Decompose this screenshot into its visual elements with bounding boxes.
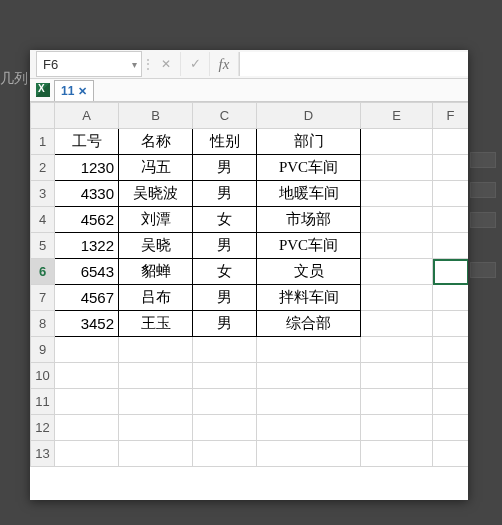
cell[interactable]: [361, 285, 433, 311]
col-header-C[interactable]: C: [193, 103, 257, 129]
cell[interactable]: 1322: [55, 233, 119, 259]
cell[interactable]: 王玉: [119, 311, 193, 337]
cell[interactable]: [361, 389, 433, 415]
cell[interactable]: 综合部: [257, 311, 361, 337]
cell[interactable]: [433, 285, 469, 311]
cell[interactable]: 6543: [55, 259, 119, 285]
cell[interactable]: [193, 337, 257, 363]
cell[interactable]: [257, 415, 361, 441]
spreadsheet-grid[interactable]: A B C D E F 1工号名称性别部门21230冯五男PVC车间34330吴…: [30, 102, 468, 467]
cell[interactable]: [361, 363, 433, 389]
select-all-corner[interactable]: [31, 103, 55, 129]
cell[interactable]: [55, 415, 119, 441]
cell[interactable]: [433, 337, 469, 363]
row-header[interactable]: 5: [31, 233, 55, 259]
cell[interactable]: 女: [193, 259, 257, 285]
cell[interactable]: [119, 441, 193, 467]
col-header-F[interactable]: F: [433, 103, 469, 129]
cell[interactable]: [361, 311, 433, 337]
cell[interactable]: [361, 415, 433, 441]
row-header[interactable]: 13: [31, 441, 55, 467]
cell[interactable]: 男: [193, 233, 257, 259]
col-header-E[interactable]: E: [361, 103, 433, 129]
cell[interactable]: [257, 337, 361, 363]
cell[interactable]: [433, 155, 469, 181]
cell[interactable]: 男: [193, 285, 257, 311]
cell[interactable]: PVC车间: [257, 155, 361, 181]
confirm-button[interactable]: [181, 52, 210, 76]
cell[interactable]: [193, 415, 257, 441]
cell[interactable]: [257, 363, 361, 389]
cell[interactable]: [55, 363, 119, 389]
cell[interactable]: 地暖车间: [257, 181, 361, 207]
cell[interactable]: 部门: [257, 129, 361, 155]
cell[interactable]: [361, 337, 433, 363]
cell[interactable]: 文员: [257, 259, 361, 285]
cell[interactable]: [433, 259, 469, 285]
cell[interactable]: 性别: [193, 129, 257, 155]
row-header[interactable]: 8: [31, 311, 55, 337]
cell[interactable]: 名称: [119, 129, 193, 155]
cell[interactable]: 拌料车间: [257, 285, 361, 311]
row-header[interactable]: 12: [31, 415, 55, 441]
cell[interactable]: [55, 389, 119, 415]
cell[interactable]: [433, 389, 469, 415]
cell[interactable]: [193, 441, 257, 467]
cell[interactable]: [55, 337, 119, 363]
cell[interactable]: 4567: [55, 285, 119, 311]
row-header[interactable]: 1: [31, 129, 55, 155]
cell[interactable]: [361, 233, 433, 259]
cell[interactable]: [193, 363, 257, 389]
cell[interactable]: [433, 415, 469, 441]
cell[interactable]: 刘潭: [119, 207, 193, 233]
cell[interactable]: 女: [193, 207, 257, 233]
row-header[interactable]: 3: [31, 181, 55, 207]
cell[interactable]: 工号: [55, 129, 119, 155]
cell[interactable]: 貂蝉: [119, 259, 193, 285]
cell[interactable]: 吴晓: [119, 233, 193, 259]
cell[interactable]: [257, 389, 361, 415]
cell[interactable]: 男: [193, 181, 257, 207]
cell[interactable]: [119, 337, 193, 363]
row-header[interactable]: 7: [31, 285, 55, 311]
col-header-A[interactable]: A: [55, 103, 119, 129]
cell[interactable]: [433, 363, 469, 389]
col-header-B[interactable]: B: [119, 103, 193, 129]
close-sheet-icon[interactable]: ✕: [78, 85, 87, 98]
cell[interactable]: [361, 129, 433, 155]
cell[interactable]: [433, 311, 469, 337]
row-header[interactable]: 11: [31, 389, 55, 415]
cell[interactable]: 4330: [55, 181, 119, 207]
formula-input[interactable]: [239, 52, 468, 76]
cell[interactable]: [433, 181, 469, 207]
fx-button[interactable]: fx: [210, 52, 239, 76]
grid-area[interactable]: A B C D E F 1工号名称性别部门21230冯五男PVC车间34330吴…: [30, 102, 468, 500]
sheet-tab[interactable]: 11 ✕: [54, 80, 94, 101]
cell[interactable]: 男: [193, 311, 257, 337]
cell[interactable]: [361, 259, 433, 285]
cell[interactable]: [361, 207, 433, 233]
cell[interactable]: [119, 415, 193, 441]
cell[interactable]: [361, 181, 433, 207]
cell[interactable]: [257, 441, 361, 467]
name-box-dropdown-icon[interactable]: ▾: [132, 59, 137, 70]
cell[interactable]: [433, 129, 469, 155]
cell[interactable]: PVC车间: [257, 233, 361, 259]
col-header-D[interactable]: D: [257, 103, 361, 129]
row-header[interactable]: 2: [31, 155, 55, 181]
cell[interactable]: [119, 389, 193, 415]
row-header[interactable]: 6: [31, 259, 55, 285]
row-header[interactable]: 9: [31, 337, 55, 363]
cell[interactable]: 吕布: [119, 285, 193, 311]
cell[interactable]: [193, 389, 257, 415]
cell[interactable]: 冯五: [119, 155, 193, 181]
cancel-button[interactable]: [152, 52, 181, 76]
row-header[interactable]: 4: [31, 207, 55, 233]
cell[interactable]: [119, 363, 193, 389]
row-header[interactable]: 10: [31, 363, 55, 389]
cell[interactable]: [433, 233, 469, 259]
cell[interactable]: [433, 441, 469, 467]
cell[interactable]: [55, 441, 119, 467]
cell[interactable]: 4562: [55, 207, 119, 233]
name-box[interactable]: F6 ▾: [36, 51, 142, 77]
